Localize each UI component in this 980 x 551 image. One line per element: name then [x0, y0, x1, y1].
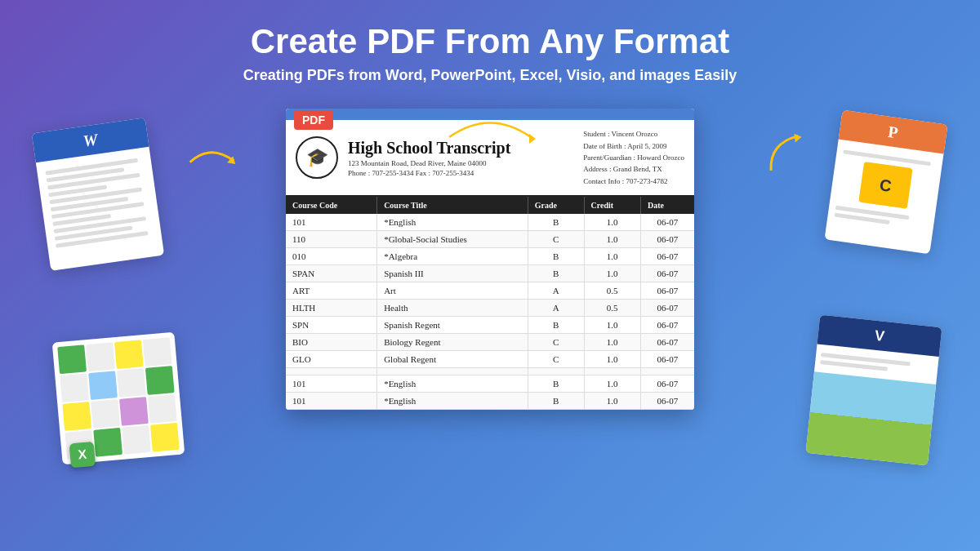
pptx-document-card: P C	[824, 110, 947, 255]
table-col-header: Credit	[584, 197, 640, 214]
table-cell: GLO	[286, 351, 377, 368]
pptx-badge: C	[858, 162, 912, 209]
pdf-document: 🎓 High School Transcript 123 Mountain Ro…	[286, 109, 694, 410]
table-cell: C	[528, 334, 584, 351]
table-cell: Art	[377, 282, 528, 300]
left-arrow-decoration	[183, 134, 242, 187]
excel-cell	[122, 425, 151, 455]
table-cell: 1.0	[584, 248, 640, 265]
pdf-student-info: Student : Vincent Orozco Date of Birth :…	[583, 128, 684, 187]
curved-arrow-decoration	[441, 104, 539, 149]
excel-cell	[88, 371, 118, 400]
doc-line	[843, 150, 931, 167]
excel-cell	[57, 345, 87, 375]
table-cell: A	[528, 282, 584, 300]
excel-cell	[93, 428, 122, 457]
table-cell: *English	[377, 214, 528, 231]
table-cell	[584, 368, 640, 375]
table-row: 010*AlgebraB1.006-07	[286, 248, 694, 265]
excel-icon: X	[69, 442, 96, 469]
table-cell: SPAN	[286, 265, 377, 282]
table-cell: 06-07	[640, 282, 694, 300]
excel-cell	[60, 373, 89, 402]
table-row: 101*EnglishB1.006-07	[286, 393, 694, 410]
table-row: 101*EnglishB1.006-07	[286, 375, 694, 393]
word-document-card: W	[32, 118, 164, 271]
pdf-address: 123 Mountain Road, Dead River, Maine 040…	[348, 159, 583, 167]
table-cell	[528, 368, 584, 375]
table-cell: 1.0	[584, 334, 640, 351]
excel-cell	[150, 423, 180, 452]
table-body: 101*EnglishB1.006-07110*Global-Social St…	[286, 214, 694, 410]
table-cell: ART	[286, 282, 377, 300]
hero-subtitle: Creating PDFs from Word, PowerPoint, Exc…	[243, 67, 737, 84]
excel-cell	[114, 340, 144, 369]
table-cell: 1.0	[584, 214, 640, 231]
table-row: 110*Global-Social StudiesC1.006-07	[286, 231, 694, 248]
table-row: 101*EnglishB1.006-07	[286, 214, 694, 231]
table-cell: SPN	[286, 317, 377, 334]
transcript-table: Course CodeCourse TitleGradeCreditDate 1…	[286, 197, 694, 410]
table-cell: C	[528, 231, 584, 248]
table-row: ARTArtA0.506-07	[286, 282, 694, 300]
student-guardian: Parent/Guardian : Howard Orozco	[583, 152, 684, 163]
table-cell: 06-07	[640, 248, 694, 265]
table-cell: *English	[377, 393, 528, 410]
table-cell: 1.0	[584, 393, 640, 410]
table-cell	[640, 368, 694, 375]
table-cell: 1.0	[584, 351, 640, 368]
table-cell: *Algebra	[377, 248, 528, 265]
table-cell: 06-07	[640, 317, 694, 334]
table-cell: *Global-Social Studies	[377, 231, 528, 248]
word-icon: W	[74, 125, 105, 156]
table-cell: 1.0	[584, 265, 640, 282]
table-cell: 101	[286, 375, 377, 393]
student-contact: Contact Info : 707-273-4782	[583, 176, 684, 187]
table-cell: *English	[377, 375, 528, 393]
visio-image	[806, 371, 937, 465]
student-dob: Date of Birth : April 5, 2009	[583, 140, 684, 152]
visio-icon: V	[874, 327, 885, 344]
table-cell: 06-07	[640, 375, 694, 393]
table-cell: Health	[377, 300, 528, 317]
excel-cell	[148, 394, 177, 424]
table-cell: B	[528, 317, 584, 334]
table-cell: 06-07	[640, 231, 694, 248]
pptx-content: C	[826, 140, 944, 241]
table-cell: 06-07	[640, 300, 694, 317]
table-row: HLTHHealthA0.506-07	[286, 300, 694, 317]
table-cell: 06-07	[640, 334, 694, 351]
table-cell: 101	[286, 214, 377, 231]
table-cell: BIO	[286, 334, 377, 351]
content-area: W	[0, 92, 980, 492]
excel-cell	[143, 337, 172, 367]
pptx-icon: P	[887, 122, 899, 142]
table-cell: Global Regent	[377, 351, 528, 368]
school-logo: 🎓	[296, 136, 338, 179]
table-row: BIOBiology RegentC1.006-07	[286, 334, 694, 351]
right-arrow-decoration	[753, 123, 814, 181]
table-col-header: Grade	[528, 197, 584, 214]
excel-cell	[119, 397, 149, 426]
svg-marker-0	[529, 134, 536, 144]
table-cell: 06-07	[640, 265, 694, 282]
table-cell: 101	[286, 393, 377, 410]
table-row: GLOGlobal RegentC1.006-07	[286, 351, 694, 368]
table-cell: B	[528, 248, 584, 265]
pdf-phone: Phone : 707-255-3434 Fax : 707-255-3434	[348, 169, 583, 177]
table-cell: 06-07	[640, 393, 694, 410]
excel-cell	[91, 399, 120, 429]
table-cell: C	[528, 351, 584, 368]
table-cell: Spanish Regent	[377, 317, 528, 334]
excel-cell	[145, 366, 175, 395]
table-col-header: Date	[640, 197, 694, 214]
table-cell: 110	[286, 231, 377, 248]
table-header: Course CodeCourse TitleGradeCreditDate	[286, 197, 694, 214]
table-cell: B	[528, 393, 584, 410]
table-cell: B	[528, 375, 584, 393]
table-cell: HLTH	[286, 300, 377, 317]
excel-cell	[86, 343, 115, 372]
excel-document-card: X	[52, 332, 185, 465]
table-cell: 010	[286, 248, 377, 265]
visio-document-card: V	[806, 315, 942, 466]
